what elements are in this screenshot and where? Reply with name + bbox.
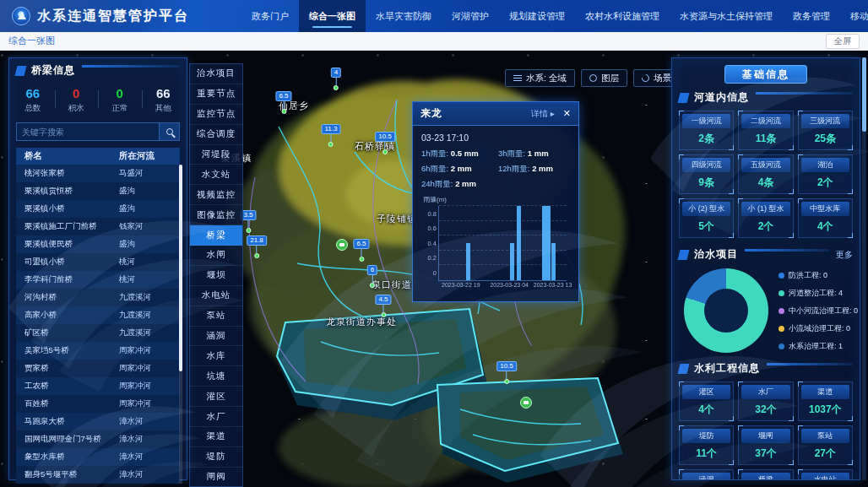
map-marker[interactable]: 6.5 xyxy=(353,239,369,262)
station-popup: 来龙 详情 ▸ ✕ 03-23 17:10 1h雨量: 0.5 mm3h雨量: … xyxy=(412,101,579,302)
x-axis-tick: 2023-03-23 13 xyxy=(534,282,572,288)
table-row[interactable]: 工农桥周家冲河 xyxy=(16,377,180,395)
search-input[interactable] xyxy=(17,123,159,140)
river-name-cell: 桃河 xyxy=(114,274,180,285)
camera-marker-icon[interactable] xyxy=(520,397,532,409)
info-cell: 三级河流25条 xyxy=(798,111,853,150)
layer-menu-item[interactable]: 治水项目 xyxy=(190,64,242,84)
table-row[interactable]: 百姓桥周家冲河 xyxy=(16,395,180,413)
info-cell-label: 水电站 xyxy=(801,473,849,480)
nav-item-1[interactable]: 综合一张图 xyxy=(299,0,366,32)
map-control-1[interactable]: 图层 xyxy=(581,69,627,87)
nav-item-6[interactable]: 水资源与水土保持管理 xyxy=(670,0,783,32)
marker-value: 6.5 xyxy=(275,91,291,101)
table-row[interactable]: 马跑泉大桥漳水河 xyxy=(16,413,180,430)
info-cell: 中型水库4个 xyxy=(798,198,853,238)
layer-menu-item[interactable]: 渠道 xyxy=(190,427,242,447)
breadcrumb[interactable]: 综合一张图 xyxy=(8,35,55,47)
rain-bar xyxy=(546,206,551,280)
layer-menu-item[interactable]: 水闸 xyxy=(190,246,242,266)
table-row[interactable]: 司盟镇小桥桃河 xyxy=(16,253,180,271)
table-row[interactable]: 桃河张家桥马盛河 xyxy=(16,165,180,182)
info-cell: 渠道1037个 xyxy=(798,381,853,421)
layer-menu-item[interactable]: 监控节点 xyxy=(190,105,242,125)
layer-menu-item[interactable]: 河堤段 xyxy=(190,145,242,165)
table-row[interactable]: 贾家桥周家冲河 xyxy=(16,360,180,377)
table-row[interactable]: 栗溪镇便民桥盛沟 xyxy=(16,235,180,253)
nav-item-4[interactable]: 规划建设管理 xyxy=(499,0,575,32)
app-title: 水系连通智慧管护平台 xyxy=(37,8,189,25)
popup-header: 来龙 详情 ▸ ✕ xyxy=(413,102,578,126)
rain-stats: 1h雨量: 0.5 mm3h雨量: 1 mm6h雨量: 2 mm12h雨量: 2… xyxy=(421,149,570,190)
table-row[interactable]: 国网电网理金门7号桥漳水河 xyxy=(16,430,180,448)
table-row[interactable]: 栗溪镇贡恒桥盛沟 xyxy=(16,182,180,200)
nav-item-0[interactable]: 政务门户 xyxy=(241,0,299,32)
nav-item-8[interactable]: 移动工作管理 xyxy=(840,0,868,32)
marker-line xyxy=(256,246,257,253)
rain-bar xyxy=(517,206,521,280)
info-cell: 水电站3个 xyxy=(798,469,853,480)
layer-menu-item[interactable]: 水厂 xyxy=(190,407,242,427)
search-button[interactable] xyxy=(159,123,179,140)
layer-menu-item[interactable]: 灌区 xyxy=(190,387,242,407)
layer-menu-item[interactable]: 堰坝 xyxy=(190,266,242,286)
close-icon[interactable]: ✕ xyxy=(563,108,571,119)
table-row[interactable]: 矿区桥九渡溪河 xyxy=(16,324,180,342)
page-scrollbar[interactable] xyxy=(862,57,866,480)
map-marker[interactable]: 11.3 xyxy=(322,124,341,147)
layer-menu-item[interactable]: 水文站 xyxy=(190,165,242,185)
map-marker[interactable]: 6.5 xyxy=(275,91,291,114)
table-row[interactable]: 河沟村桥九渡溪河 xyxy=(16,289,180,306)
layer-menu-item[interactable]: 水电站 xyxy=(190,286,242,306)
bridge-name-cell: 百姓桥 xyxy=(16,398,114,409)
table-row[interactable]: 李学科门前桥桃河 xyxy=(16,271,180,289)
nav-item-2[interactable]: 水旱灾害防御 xyxy=(366,0,442,32)
bridge-name-cell: 贾家桥 xyxy=(16,363,114,374)
map-marker[interactable]: 6 xyxy=(367,265,377,288)
info-cell: 桥梁66个 xyxy=(738,469,793,480)
section-accent xyxy=(678,364,690,374)
popup-details-link[interactable]: 详情 ▸ xyxy=(531,108,555,120)
camera-marker-icon[interactable] xyxy=(336,239,348,251)
layer-menu-item[interactable]: 涵洞 xyxy=(190,327,242,347)
layer-menu-item[interactable]: 坑塘 xyxy=(190,366,242,387)
layer-menu-item[interactable]: 泵站 xyxy=(190,306,242,327)
layer-menu-item[interactable]: 综合调度 xyxy=(190,125,242,145)
map-marker[interactable]: 4 xyxy=(331,68,341,90)
layers-icon xyxy=(513,75,522,82)
map-marker[interactable]: 10.5 xyxy=(496,361,517,384)
legend-dot-icon xyxy=(778,344,784,349)
layer-menu-item[interactable]: 图像监控 xyxy=(190,205,242,225)
layer-menu-item[interactable]: 桥梁 xyxy=(190,225,242,246)
river-name-cell: 九渡溪河 xyxy=(114,327,180,338)
map-marker[interactable]: 10.5 xyxy=(375,132,395,154)
table-row[interactable]: 栗溪镇小桥盛沟 xyxy=(16,200,180,218)
river-section-title: 河道内信息 xyxy=(694,90,749,105)
stat-label: 积水 xyxy=(55,103,99,114)
layer-menu-item[interactable]: 闸阀 xyxy=(190,468,242,487)
nav-item-3[interactable]: 河湖管护 xyxy=(442,0,499,32)
table-row[interactable]: 栗溪镇施工厂门前桥钱家河 xyxy=(16,218,180,235)
table-row[interactable]: 翻身5号堰平桥漳水河 xyxy=(16,466,180,484)
layer-menu-item[interactable]: 重要节点 xyxy=(190,84,242,105)
map-marker[interactable]: 21.8 xyxy=(247,235,267,258)
nav-item-5[interactable]: 农村水利设施管理 xyxy=(575,0,670,32)
fullscreen-button[interactable]: 全屏 xyxy=(826,34,860,49)
more-link[interactable]: 更多 xyxy=(836,249,853,261)
basic-info-button[interactable]: 基础信息 xyxy=(724,65,807,84)
layer-menu-item[interactable]: 水库 xyxy=(190,346,242,366)
legend-label: 小流域治理工程: 0 xyxy=(789,323,850,334)
map-marker[interactable]: 4.5 xyxy=(375,295,391,317)
info-cell-label: 一级河流 xyxy=(682,114,730,128)
nav-item-7[interactable]: 政务管理 xyxy=(783,0,840,32)
layer-menu-item[interactable]: 堤防 xyxy=(190,447,242,468)
map-control-0[interactable]: 水系: 全域 xyxy=(505,69,575,87)
legend-label: 水系治理工程: 1 xyxy=(789,341,843,352)
table-row[interactable]: 吴家垱5号桥周家冲河 xyxy=(16,342,180,360)
layer-menu-item[interactable]: 视频监控 xyxy=(190,185,242,205)
legend-item: 小流域治理工程: 0 xyxy=(778,323,858,334)
table-scrollbar[interactable] xyxy=(179,165,182,484)
marker-line xyxy=(330,134,331,142)
table-row[interactable]: 高家小桥九渡溪河 xyxy=(16,306,180,324)
table-row[interactable]: 象型水库桥漳水河 xyxy=(16,448,180,466)
